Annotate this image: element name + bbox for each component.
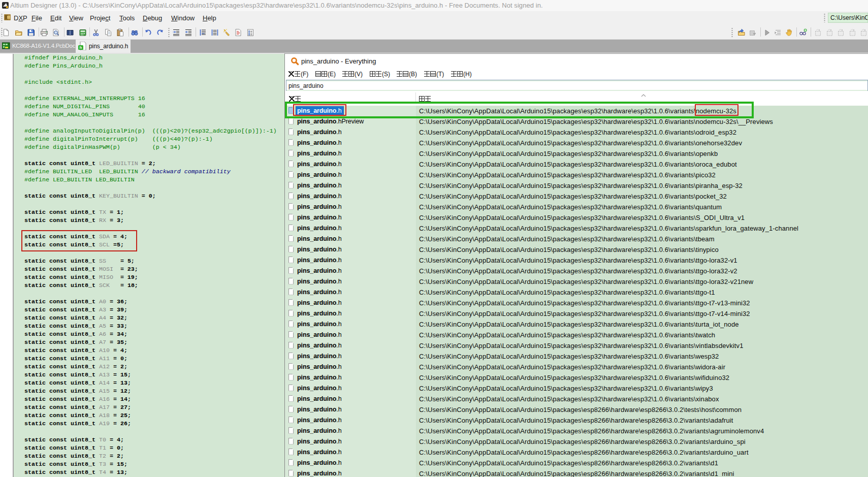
svg-text:h: h	[80, 45, 82, 50]
